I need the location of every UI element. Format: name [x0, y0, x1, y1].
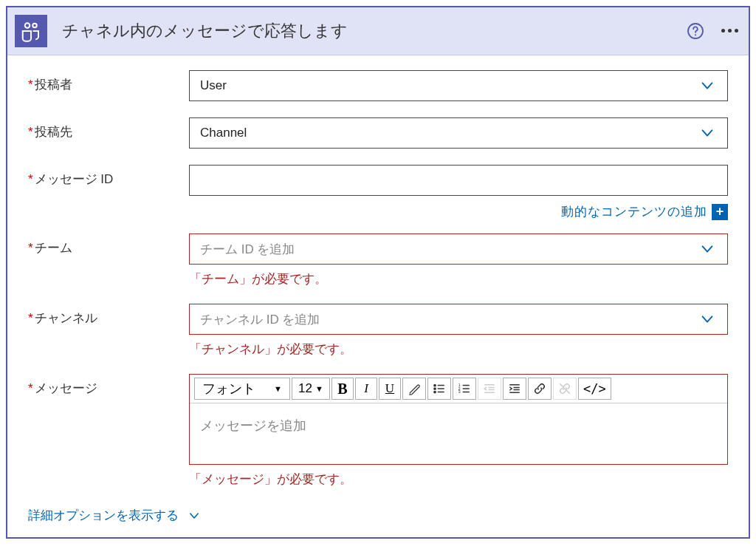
rte-color-button[interactable]	[402, 378, 426, 400]
rte-bullet-list-button[interactable]	[427, 378, 451, 400]
label-channel: *チャンネル	[28, 304, 189, 327]
svg-point-3	[695, 34, 696, 35]
svg-point-4	[434, 384, 436, 386]
error-channel: 「チャンネル」が必要です。	[189, 341, 728, 358]
rte-bold-button[interactable]: B	[331, 378, 354, 400]
rte-font-select[interactable]: フォント▼	[194, 378, 290, 400]
error-message: 「メッセージ」が必要です。	[189, 471, 728, 488]
rte-indent-button[interactable]	[503, 378, 526, 400]
svg-text:3: 3	[458, 389, 461, 394]
chevron-down-icon	[699, 311, 715, 327]
rte-unlink-button[interactable]	[553, 378, 577, 400]
field-post-to: *投稿先 Channel	[28, 117, 728, 149]
label-team: *チーム	[28, 233, 189, 256]
rte-link-button[interactable]	[528, 378, 551, 400]
rte-toolbar: フォント▼ 12▼ B I U 123	[190, 375, 727, 403]
card-header: チャネル内のメッセージで応答します	[7, 7, 749, 55]
field-poster: *投稿者 User	[28, 70, 728, 101]
rte-code-view-button[interactable]: </>	[578, 378, 611, 400]
more-options-icon[interactable]	[721, 29, 738, 34]
show-advanced-options-link[interactable]: 詳細オプションを表示する	[28, 507, 201, 524]
field-message-id: *メッセージ ID	[28, 165, 728, 196]
rte-size-select[interactable]: 12▼	[292, 378, 330, 400]
chevron-down-icon	[699, 78, 715, 94]
rte-italic-button[interactable]: I	[355, 378, 377, 400]
rte-underline-button[interactable]: U	[379, 378, 401, 400]
teams-icon	[15, 15, 47, 47]
rich-text-editor: フォント▼ 12▼ B I U 123	[189, 374, 728, 465]
select-channel[interactable]: チャンネル ID を追加	[189, 304, 728, 335]
label-message: *メッセージ	[28, 374, 189, 397]
field-team: *チーム チーム ID を追加 「チーム」が必要です。	[28, 233, 728, 287]
input-message-id[interactable]	[189, 165, 728, 196]
select-poster[interactable]: User	[189, 70, 728, 101]
error-team: 「チーム」が必要です。	[189, 270, 728, 287]
dynamic-content-row: 動的なコンテンツの追加 +	[189, 203, 728, 220]
select-team[interactable]: チーム ID を追加	[189, 233, 728, 265]
card-title: チャネル内のメッセージで応答します	[62, 20, 686, 42]
help-icon[interactable]	[686, 21, 705, 41]
field-channel: *チャンネル チャンネル ID を追加 「チャンネル」が必要です。	[28, 304, 728, 358]
label-post-to: *投稿先	[28, 117, 189, 140]
chevron-down-icon	[188, 509, 201, 522]
plus-icon[interactable]: +	[712, 204, 728, 220]
chevron-down-icon	[699, 241, 715, 257]
action-card: チャネル内のメッセージで応答します *投稿者 User	[6, 6, 750, 539]
label-message-id: *メッセージ ID	[28, 165, 189, 188]
field-message: *メッセージ フォント▼ 12▼ B I U	[28, 374, 728, 488]
rte-outdent-button[interactable]	[478, 378, 501, 400]
svg-point-0	[25, 23, 30, 28]
label-poster: *投稿者	[28, 70, 189, 93]
chevron-down-icon	[699, 125, 715, 141]
advanced-options-row: 詳細オプションを表示する	[28, 507, 728, 524]
rte-number-list-button[interactable]: 123	[453, 378, 476, 400]
svg-point-8	[434, 391, 436, 392]
svg-point-6	[434, 388, 436, 389]
card-body: *投稿者 User *投稿先 Channel	[7, 55, 749, 537]
select-post-to[interactable]: Channel	[189, 117, 728, 149]
rte-textarea[interactable]: メッセージを追加	[190, 403, 727, 464]
add-dynamic-content-link[interactable]: 動的なコンテンツの追加	[561, 203, 707, 220]
svg-point-1	[32, 24, 37, 28]
